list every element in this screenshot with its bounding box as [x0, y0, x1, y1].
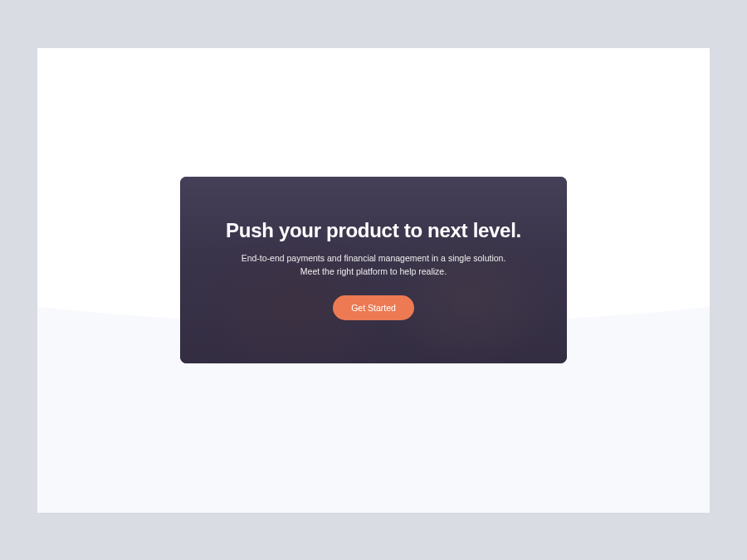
hero-title: Push your product to next level. [226, 219, 521, 242]
hero-card: Push your product to next level. End-to-… [180, 177, 567, 363]
page-container: Push your product to next level. End-to-… [37, 48, 710, 513]
hero-subtitle: End-to-end payments and financial manage… [241, 252, 506, 279]
get-started-button[interactable]: Get Started [333, 295, 414, 320]
hero-content: Push your product to next level. End-to-… [180, 177, 567, 363]
